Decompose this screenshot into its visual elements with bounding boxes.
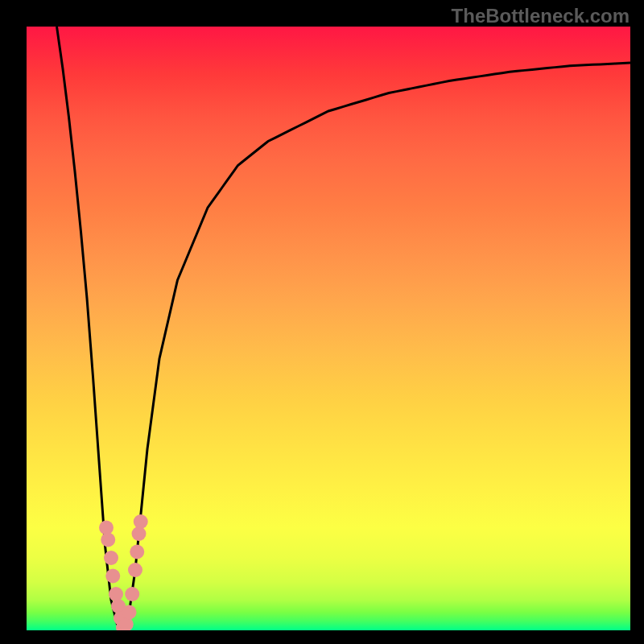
data-marker bbox=[122, 605, 137, 620]
data-marker bbox=[105, 569, 120, 584]
data-marker bbox=[125, 587, 139, 601]
watermark-text: TheBottleneck.com bbox=[452, 5, 630, 27]
chart-container: TheBottleneck.com bbox=[0, 0, 644, 644]
data-marker bbox=[130, 545, 144, 559]
data-marker bbox=[109, 587, 123, 601]
data-marker bbox=[128, 563, 142, 577]
data-marker bbox=[101, 533, 115, 547]
markers-group bbox=[99, 514, 148, 630]
data-marker bbox=[104, 551, 118, 565]
chart-markers bbox=[27, 27, 630, 630]
data-marker bbox=[134, 514, 148, 529]
